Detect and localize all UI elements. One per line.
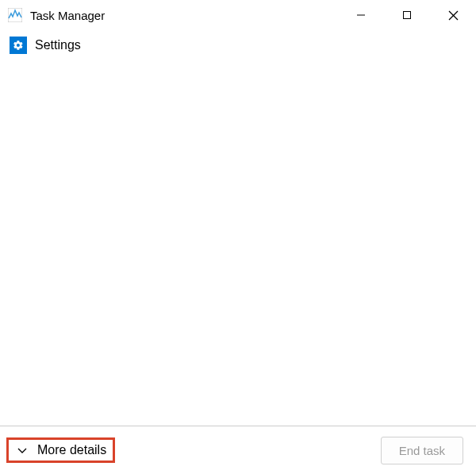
svg-rect-2 <box>404 12 411 19</box>
more-details-label: More details <box>37 443 106 457</box>
minimize-button[interactable] <box>338 0 384 30</box>
end-task-button[interactable]: End task <box>381 437 463 464</box>
maximize-button[interactable] <box>384 0 430 30</box>
chevron-down-icon <box>15 443 29 457</box>
close-button[interactable] <box>430 0 476 30</box>
window-controls <box>338 0 476 30</box>
window-title: Task Manager <box>30 9 338 22</box>
more-details-button[interactable]: More details <box>6 437 115 463</box>
process-list: Settings <box>0 30 476 60</box>
titlebar: Task Manager <box>0 0 476 30</box>
footer: More details End task <box>0 426 476 474</box>
settings-gear-icon <box>10 37 27 54</box>
process-name: Settings <box>35 38 81 52</box>
task-manager-icon <box>8 8 22 22</box>
process-row[interactable]: Settings <box>6 33 470 57</box>
